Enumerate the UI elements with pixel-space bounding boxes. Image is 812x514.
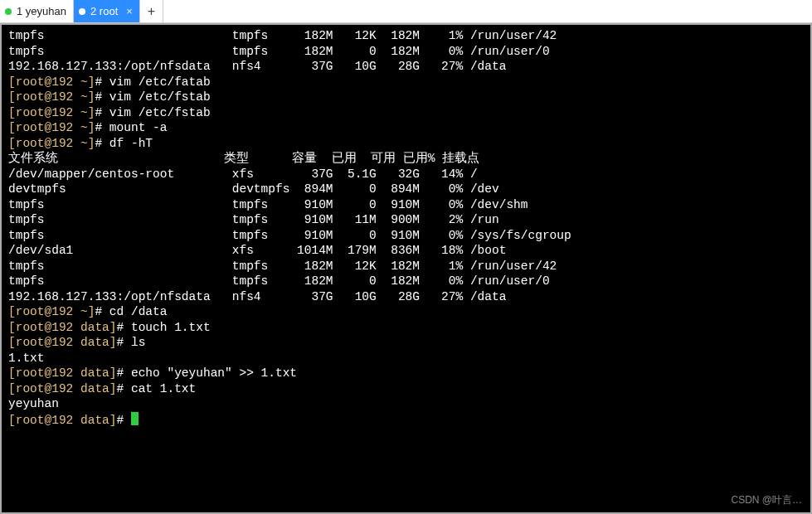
new-tab-button[interactable]: +	[140, 0, 163, 22]
watermark: CSDN @叶言…	[731, 492, 802, 508]
terminal[interactable]: tmpfs tmpfs 182M 12K 182M 1% /run/user/4…	[0, 23, 812, 514]
tab-1-yeyuhan[interactable]: 1 yeyuhan	[0, 0, 74, 22]
plus-icon: +	[148, 4, 155, 19]
status-dot-icon	[79, 8, 85, 15]
tab-label: 2 root	[90, 5, 118, 17]
status-dot-icon	[5, 8, 12, 15]
terminal-output: tmpfs tmpfs 182M 12K 182M 1% /run/user/4…	[8, 28, 804, 428]
tab-label: 1 yeyuhan	[17, 5, 66, 17]
tab-bar: 1 yeyuhan 2 root × +	[0, 0, 812, 23]
tab-2-root[interactable]: 2 root ×	[74, 0, 140, 22]
close-icon[interactable]: ×	[126, 5, 133, 17]
